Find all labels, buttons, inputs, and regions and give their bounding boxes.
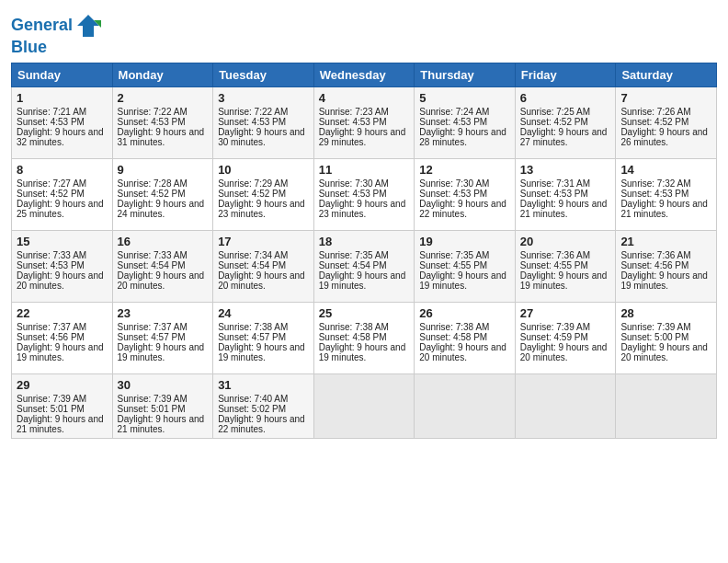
calendar-header-sunday: Sunday bbox=[12, 63, 113, 86]
sunrise: Sunrise: 7:24 AM bbox=[419, 107, 489, 117]
calendar-container: General Blue SundayMondayTuesdayWednesda… bbox=[0, 0, 728, 448]
daylight: Daylight: 9 hours and 25 minutes. bbox=[17, 199, 104, 219]
sunrise: Sunrise: 7:36 AM bbox=[620, 250, 690, 260]
logo: General Blue bbox=[11, 13, 101, 57]
sunrise: Sunrise: 7:34 AM bbox=[218, 250, 288, 260]
calendar-cell: 7 Sunrise: 7:26 AM Sunset: 4:52 PM Dayli… bbox=[616, 86, 717, 158]
day-number: 4 bbox=[319, 91, 410, 105]
sunset: Sunset: 4:55 PM bbox=[419, 260, 487, 270]
daylight: Daylight: 9 hours and 20 minutes. bbox=[218, 270, 305, 291]
sunrise: Sunrise: 7:36 AM bbox=[520, 250, 590, 260]
sunset: Sunset: 5:00 PM bbox=[620, 332, 688, 342]
calendar-cell: 1 Sunrise: 7:21 AM Sunset: 4:53 PM Dayli… bbox=[12, 86, 113, 158]
sunrise: Sunrise: 7:40 AM bbox=[218, 394, 288, 404]
daylight: Daylight: 9 hours and 22 minutes. bbox=[218, 414, 305, 434]
sunset: Sunset: 4:53 PM bbox=[520, 189, 588, 199]
day-number: 14 bbox=[620, 163, 711, 177]
daylight: Daylight: 9 hours and 23 minutes. bbox=[218, 199, 305, 219]
calendar-cell: 8 Sunrise: 7:27 AM Sunset: 4:52 PM Dayli… bbox=[12, 158, 113, 230]
day-number: 26 bbox=[419, 306, 510, 320]
calendar-header-friday: Friday bbox=[515, 63, 616, 86]
sunrise: Sunrise: 7:39 AM bbox=[620, 322, 690, 332]
sunrise: Sunrise: 7:25 AM bbox=[520, 107, 590, 117]
calendar-cell: 14 Sunrise: 7:32 AM Sunset: 4:53 PM Dayl… bbox=[616, 158, 717, 230]
day-number: 22 bbox=[17, 306, 108, 320]
day-number: 16 bbox=[118, 235, 209, 248]
calendar-header-thursday: Thursday bbox=[415, 63, 516, 86]
sunset: Sunset: 4:53 PM bbox=[319, 189, 387, 199]
day-number: 25 bbox=[319, 306, 410, 320]
calendar-cell: 11 Sunrise: 7:30 AM Sunset: 4:53 PM Dayl… bbox=[313, 158, 415, 230]
sunset: Sunset: 5:01 PM bbox=[118, 404, 186, 414]
sunrise: Sunrise: 7:21 AM bbox=[17, 107, 86, 117]
header: General Blue bbox=[11, 9, 717, 57]
day-number: 24 bbox=[218, 306, 309, 320]
day-number: 3 bbox=[218, 91, 309, 105]
sunrise: Sunrise: 7:30 AM bbox=[419, 178, 489, 189]
daylight: Daylight: 9 hours and 27 minutes. bbox=[520, 127, 608, 147]
logo-icon bbox=[75, 13, 101, 39]
day-number: 27 bbox=[520, 306, 611, 320]
calendar-cell: 27 Sunrise: 7:39 AM Sunset: 4:59 PM Dayl… bbox=[515, 302, 616, 373]
day-number: 7 bbox=[620, 91, 711, 105]
daylight: Daylight: 9 hours and 22 minutes. bbox=[419, 199, 506, 219]
calendar-cell bbox=[515, 373, 616, 438]
day-number: 1 bbox=[17, 91, 108, 105]
sunrise: Sunrise: 7:38 AM bbox=[218, 322, 288, 332]
sunrise: Sunrise: 7:39 AM bbox=[17, 394, 86, 404]
daylight: Daylight: 9 hours and 21 minutes. bbox=[520, 199, 608, 219]
calendar-header-tuesday: Tuesday bbox=[213, 63, 314, 86]
sunrise: Sunrise: 7:22 AM bbox=[218, 107, 288, 117]
daylight: Daylight: 9 hours and 19 minutes. bbox=[218, 342, 305, 362]
sunset: Sunset: 4:53 PM bbox=[17, 260, 85, 270]
day-number: 29 bbox=[17, 378, 108, 392]
calendar-header-monday: Monday bbox=[112, 63, 213, 86]
calendar-header-wednesday: Wednesday bbox=[313, 63, 415, 86]
sunset: Sunset: 4:53 PM bbox=[419, 189, 487, 199]
calendar-cell: 9 Sunrise: 7:28 AM Sunset: 4:52 PM Dayli… bbox=[112, 158, 213, 230]
day-number: 8 bbox=[17, 163, 108, 177]
sunset: Sunset: 4:52 PM bbox=[620, 117, 688, 127]
daylight: Daylight: 9 hours and 30 minutes. bbox=[218, 127, 305, 147]
day-number: 12 bbox=[419, 163, 510, 177]
sunset: Sunset: 4:52 PM bbox=[520, 117, 588, 127]
calendar-cell: 4 Sunrise: 7:23 AM Sunset: 4:53 PM Dayli… bbox=[313, 86, 415, 158]
day-number: 19 bbox=[419, 235, 510, 248]
daylight: Daylight: 9 hours and 20 minutes. bbox=[620, 342, 708, 362]
sunrise: Sunrise: 7:27 AM bbox=[17, 178, 86, 189]
calendar-header-row: SundayMondayTuesdayWednesdayThursdayFrid… bbox=[12, 63, 717, 86]
calendar-cell: 15 Sunrise: 7:33 AM Sunset: 4:53 PM Dayl… bbox=[12, 230, 113, 302]
day-number: 20 bbox=[520, 235, 611, 248]
sunrise: Sunrise: 7:33 AM bbox=[17, 250, 86, 260]
daylight: Daylight: 9 hours and 20 minutes. bbox=[419, 342, 506, 362]
daylight: Daylight: 9 hours and 20 minutes. bbox=[118, 270, 205, 291]
calendar-cell: 30 Sunrise: 7:39 AM Sunset: 5:01 PM Dayl… bbox=[112, 373, 213, 438]
day-number: 11 bbox=[319, 163, 410, 177]
day-number: 23 bbox=[118, 306, 209, 320]
sunrise: Sunrise: 7:22 AM bbox=[118, 107, 188, 117]
daylight: Daylight: 9 hours and 19 minutes. bbox=[319, 270, 406, 291]
day-number: 31 bbox=[218, 378, 309, 392]
calendar-cell: 17 Sunrise: 7:34 AM Sunset: 4:54 PM Dayl… bbox=[213, 230, 314, 302]
day-number: 30 bbox=[118, 378, 209, 392]
calendar-cell: 28 Sunrise: 7:39 AM Sunset: 5:00 PM Dayl… bbox=[616, 302, 717, 373]
daylight: Daylight: 9 hours and 19 minutes. bbox=[620, 270, 708, 291]
daylight: Daylight: 9 hours and 32 minutes. bbox=[17, 127, 104, 147]
daylight: Daylight: 9 hours and 19 minutes. bbox=[419, 270, 506, 291]
sunset: Sunset: 4:57 PM bbox=[218, 332, 286, 342]
sunset: Sunset: 4:58 PM bbox=[319, 332, 387, 342]
daylight: Daylight: 9 hours and 20 minutes. bbox=[520, 342, 608, 362]
sunrise: Sunrise: 7:39 AM bbox=[118, 394, 188, 404]
calendar-cell: 12 Sunrise: 7:30 AM Sunset: 4:53 PM Dayl… bbox=[415, 158, 516, 230]
daylight: Daylight: 9 hours and 28 minutes. bbox=[419, 127, 506, 147]
daylight: Daylight: 9 hours and 21 minutes. bbox=[620, 199, 708, 219]
sunrise: Sunrise: 7:37 AM bbox=[118, 322, 188, 332]
sunset: Sunset: 4:53 PM bbox=[218, 117, 286, 127]
day-number: 10 bbox=[218, 163, 309, 177]
day-number: 9 bbox=[118, 163, 209, 177]
calendar-cell: 16 Sunrise: 7:33 AM Sunset: 4:54 PM Dayl… bbox=[112, 230, 213, 302]
sunrise: Sunrise: 7:35 AM bbox=[419, 250, 489, 260]
day-number: 13 bbox=[520, 163, 611, 177]
daylight: Daylight: 9 hours and 21 minutes. bbox=[118, 414, 205, 434]
daylight: Daylight: 9 hours and 19 minutes. bbox=[520, 270, 608, 291]
